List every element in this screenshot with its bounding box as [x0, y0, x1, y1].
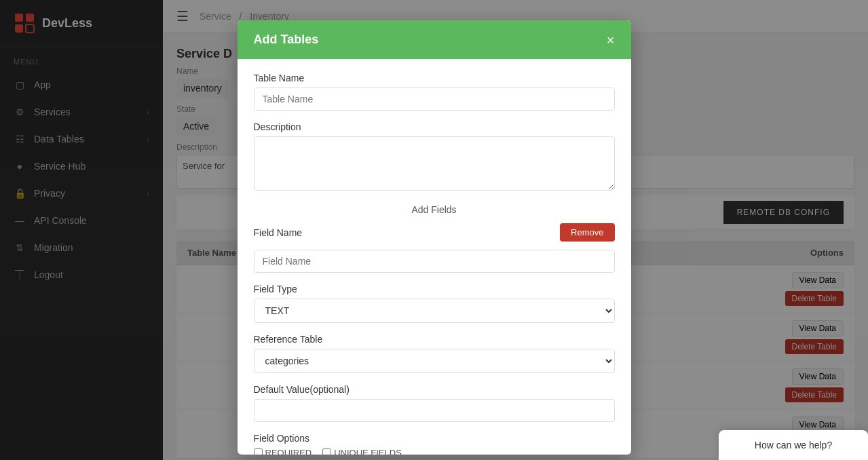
modal-close-button[interactable]: × — [607, 33, 615, 47]
default-value-group: Default Value(optional) — [254, 384, 615, 422]
reference-table-select[interactable]: categories products orders — [254, 349, 615, 373]
default-value-input[interactable] — [254, 399, 615, 422]
field-name-header: Field Name Remove — [254, 223, 615, 242]
unique-checkbox-label[interactable]: UNIQUE FIELDS — [322, 448, 402, 455]
remove-field-button[interactable]: Remove — [560, 223, 614, 242]
description-textarea[interactable] — [254, 136, 615, 191]
field-type-group: Field Type TEXT INTEGER FLOAT BOOLEAN RE… — [254, 284, 615, 323]
field-type-select[interactable]: TEXT INTEGER FLOAT BOOLEAN REFERENCE DAT… — [254, 299, 615, 323]
help-widget[interactable]: How can we help? — [719, 430, 868, 460]
reference-table-group: Reference Table categories products orde… — [254, 334, 615, 373]
add-tables-modal: Add Tables × Table Name Description Add … — [238, 20, 631, 455]
modal-title: Add Tables — [254, 33, 319, 47]
description-label-modal: Description — [254, 121, 615, 132]
default-value-label: Default Value(optional) — [254, 384, 615, 395]
field-name-label: Field Name — [254, 227, 303, 238]
modal-overlay: Add Tables × Table Name Description Add … — [0, 0, 868, 460]
description-group: Description — [254, 121, 615, 193]
field-options-label: Field Options — [254, 433, 615, 444]
modal-header: Add Tables × — [238, 20, 631, 59]
modal-body: Table Name Description Add Fields Field … — [238, 59, 631, 455]
reference-table-label: Reference Table — [254, 334, 615, 345]
field-options-checkboxes: REQUIRED UNIQUE FIELDS — [254, 448, 615, 455]
add-fields-divider: Add Fields — [254, 204, 615, 215]
field-name-group: Field Name Remove — [254, 223, 615, 273]
help-widget-text: How can we help? — [755, 440, 832, 451]
unique-checkbox[interactable] — [322, 448, 331, 455]
table-name-input[interactable] — [254, 88, 615, 111]
required-checkbox-label[interactable]: REQUIRED — [254, 448, 312, 455]
field-name-input[interactable] — [254, 250, 615, 273]
required-checkbox[interactable] — [254, 448, 263, 455]
field-options-group: Field Options REQUIRED UNIQUE FIELDS — [254, 433, 615, 455]
table-name-label: Table Name — [254, 73, 615, 83]
table-name-group: Table Name — [254, 73, 615, 111]
field-type-label: Field Type — [254, 284, 615, 294]
